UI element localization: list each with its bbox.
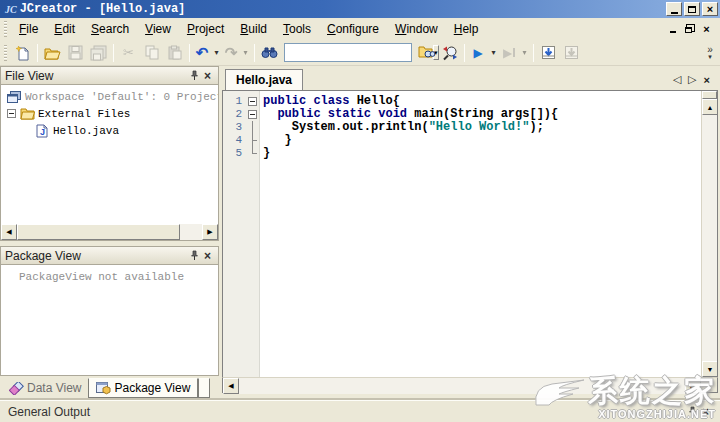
menu-window[interactable]: Window: [387, 19, 446, 39]
code-text: System.out.println("Hello World!");: [260, 121, 544, 134]
collapse-icon[interactable]: [7, 109, 16, 118]
toolbar: ✂ ↶ ▾ ↷ ▾ ▾: [0, 40, 720, 66]
general-output-bar[interactable]: General Output ×: [0, 400, 720, 422]
file-view-hscrollbar[interactable]: ◀ ▶: [1, 224, 218, 240]
tree-item-hello-java[interactable]: J Hello.java: [1, 122, 218, 139]
dropdown-icon: ▾: [214, 48, 218, 57]
save-button[interactable]: [64, 42, 87, 64]
mdi-minimize-button[interactable]: [665, 23, 680, 36]
file-view-panel: Workspace 'Default': 0 Projects External…: [0, 85, 219, 241]
mdi-close-button[interactable]: ×: [699, 23, 714, 36]
maximize-icon: [688, 6, 696, 13]
java-file-icon: J: [34, 124, 50, 138]
run-dropdown-button[interactable]: ▾: [488, 42, 499, 64]
tab-scroll-left-button[interactable]: ◁: [673, 73, 681, 86]
code-text: }: [260, 147, 270, 160]
tab-package-view[interactable]: Package View: [88, 378, 198, 398]
find-button[interactable]: [258, 42, 281, 64]
paste-button[interactable]: [163, 42, 186, 64]
workspace-label: Workspace 'Default': 0 Projects: [25, 91, 218, 103]
tab-data-view[interactable]: Data View: [2, 378, 88, 398]
menu-tools[interactable]: Tools: [275, 19, 319, 39]
pin-icon: [688, 406, 697, 417]
fold-marker[interactable]: [246, 95, 260, 108]
redo-button[interactable]: ↷: [222, 42, 240, 64]
editor-tab-bar: Hello.java ◁ ▷ ×: [222, 66, 718, 90]
package-view-panel: PackageView not available: [0, 265, 219, 376]
menu-configure[interactable]: Configure: [319, 19, 387, 39]
copy-button[interactable]: [140, 42, 163, 64]
continue-button[interactable]: ▶: [499, 42, 519, 64]
run-button[interactable]: ▶: [468, 42, 488, 64]
redo-dropdown-button[interactable]: ▾: [240, 42, 251, 64]
code-line[interactable]: 4 }: [223, 134, 701, 147]
editor-body: 1public class Hello{2 public static void…: [222, 90, 718, 377]
undo-button[interactable]: ↶: [193, 42, 211, 64]
undo-dropdown-button[interactable]: ▾: [211, 42, 222, 64]
folder-search-icon: [418, 45, 435, 60]
menubar-gripper[interactable]: [4, 21, 7, 37]
get-all-disabled-button[interactable]: [560, 42, 583, 64]
title-bar: JC JCreator - [Hello.java] ×: [0, 0, 720, 18]
new-file-button[interactable]: [11, 42, 34, 64]
close-button[interactable]: ×: [702, 2, 718, 16]
search-input[interactable]: [285, 44, 433, 61]
editor-tab-hello-java[interactable]: Hello.java: [225, 69, 303, 90]
toolbar-overflow-button[interactable]: » ▾: [704, 46, 718, 60]
package-view-close-button[interactable]: ×: [201, 249, 214, 262]
package-view-pin-button[interactable]: [188, 249, 201, 262]
toolbar-gripper[interactable]: [4, 45, 7, 61]
editor-hscrollbar[interactable]: ◀ ▶: [222, 377, 718, 393]
tree-item-label: External Files: [38, 108, 130, 120]
dropdown-icon: ▾: [522, 48, 526, 57]
maximize-button[interactable]: [684, 2, 700, 16]
tree-item-workspace[interactable]: Workspace 'Default': 0 Projects: [1, 88, 218, 105]
menu-search[interactable]: Search: [83, 19, 137, 39]
package-view-title: Package View: [5, 249, 188, 263]
output-close-button[interactable]: ×: [699, 405, 712, 418]
file-view-pin-button[interactable]: [188, 69, 201, 82]
continue-icon: ▶: [503, 46, 515, 60]
code-line[interactable]: 5}: [223, 147, 701, 160]
file-view-close-button[interactable]: ×: [201, 69, 214, 82]
scrollbar-thumb[interactable]: [17, 224, 180, 240]
menu-help[interactable]: Help: [446, 19, 487, 39]
undo-icon: ↶: [196, 45, 209, 60]
document-close-button[interactable]: ×: [704, 74, 710, 86]
scroll-up-button[interactable]: ▲: [702, 99, 718, 115]
continue-dropdown-button[interactable]: ▾: [519, 42, 530, 64]
cut-button[interactable]: ✂: [117, 42, 140, 64]
mdi-restore-icon: [685, 27, 692, 33]
scroll-left-button[interactable]: ◀: [1, 224, 17, 240]
code-line[interactable]: 3 System.out.println("Hello World!");: [223, 121, 701, 134]
open-file-button[interactable]: [41, 42, 64, 64]
mdi-restore-button[interactable]: [682, 23, 697, 36]
scroll-right-button[interactable]: ▶: [685, 378, 701, 394]
find-in-files-button[interactable]: [415, 42, 438, 64]
paste-icon: [168, 45, 182, 60]
code-area[interactable]: 1public class Hello{2 public static void…: [223, 91, 701, 377]
menu-file[interactable]: File: [11, 19, 46, 39]
download-box-icon: [541, 45, 556, 60]
menu-build[interactable]: Build: [232, 19, 275, 39]
scrollbar-split-handle[interactable]: [702, 91, 717, 99]
scroll-down-button[interactable]: ▼: [702, 361, 718, 377]
scroll-right-button[interactable]: ▶: [202, 224, 218, 240]
main-area: File View ×: [0, 66, 720, 400]
menu-project[interactable]: Project: [179, 19, 232, 39]
save-all-icon: [90, 45, 107, 61]
editor-vscrollbar[interactable]: ▲ ▼: [701, 91, 717, 377]
output-pin-button[interactable]: [686, 405, 699, 418]
replace-in-files-button[interactable]: [438, 42, 461, 64]
scroll-right-icon: ▶: [207, 228, 212, 236]
minimize-button[interactable]: [666, 2, 682, 16]
open-folder-icon: [44, 46, 61, 60]
fold-marker[interactable]: [246, 108, 260, 121]
scroll-left-button[interactable]: ◀: [223, 378, 239, 394]
save-all-button[interactable]: [87, 42, 110, 64]
menu-view[interactable]: View: [137, 19, 179, 39]
menu-edit[interactable]: Edit: [46, 19, 83, 39]
tree-item-external-files[interactable]: External Files: [1, 105, 218, 122]
get-all-button[interactable]: [537, 42, 560, 64]
tab-scroll-right-button[interactable]: ▷: [688, 73, 696, 86]
